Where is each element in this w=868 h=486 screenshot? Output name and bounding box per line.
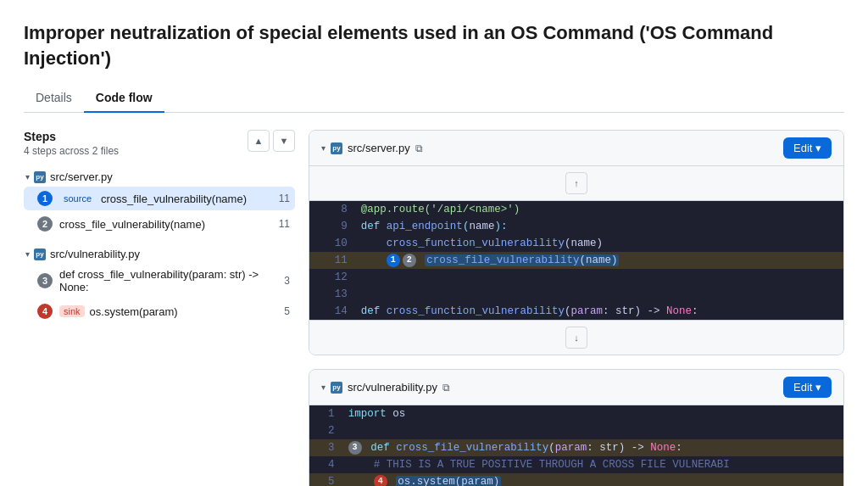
code-line [358, 286, 843, 303]
code-table-vuln: 1 import os 2 3 3 def cross_file_vulnera… [309, 405, 843, 486]
copy-icon-vuln[interactable]: ⧉ [442, 382, 450, 394]
code-header-left-server: ▾ py src/server.py ⧉ [321, 142, 423, 154]
tab-codeflow[interactable]: Code flow [84, 84, 164, 113]
code-filename-server: src/server.py [348, 142, 410, 154]
code-line [345, 422, 843, 439]
py-icon-vuln: py [331, 382, 342, 394]
step-line-1: 11 [279, 193, 290, 204]
steps-info: Steps 4 steps across 2 files [24, 130, 119, 157]
line-number: 13 [309, 286, 358, 303]
step-label-1: cross_file_vulnerability(name) [101, 193, 272, 205]
right-panel: ▾ py src/server.py ⧉ Edit ▾ ↑ 8 @app.rou… [309, 130, 844, 486]
scroll-up-server: ↑ [309, 166, 843, 201]
step-row-4[interactable]: 4 sink os.system(param) 5 [24, 299, 295, 323]
step-line-4: 5 [284, 305, 290, 317]
table-row: 4 # THIS IS A TRUE POSITIVE THROUGH A CR… [309, 456, 843, 473]
code-line: 4 os.system(param) [345, 473, 843, 486]
line-number: 5 [309, 473, 345, 486]
code-line: 3 def cross_file_vulnerability(param: st… [345, 439, 843, 456]
copy-icon-server[interactable]: ⧉ [415, 142, 423, 154]
step-row-2[interactable]: 2 cross_file_vulnerability(name) 11 [24, 212, 295, 236]
table-row-highlighted: 3 3 def cross_file_vulnerability(param: … [309, 439, 843, 456]
table-row: 10 cross_function_vulnerability(name) [309, 235, 843, 252]
file-name-server: src/server.py [50, 170, 113, 183]
step-label-4: os.system(param) [90, 305, 278, 318]
scroll-down-btn-server[interactable]: ↓ [565, 327, 587, 349]
code-block-server: ▾ py src/server.py ⧉ Edit ▾ ↑ 8 @app.rou… [309, 130, 844, 355]
table-row: 8 @app.route('/api/<name>') [309, 201, 843, 218]
tab-details[interactable]: Details [24, 84, 84, 113]
line-number: 12 [309, 269, 358, 286]
file-name-vuln: src/vulnerability.py [50, 248, 140, 260]
tab-bar: Details Code flow [24, 84, 844, 113]
code-line: def api_endpoint(name): [358, 218, 843, 235]
edit-button-vuln[interactable]: Edit ▾ [783, 377, 832, 398]
python-icon-2: py [34, 249, 46, 260]
nav-down-button[interactable]: ▼ [273, 130, 295, 152]
code-block-vuln: ▾ py src/vulnerability.py ⧉ Edit ▾ 1 imp… [309, 369, 844, 486]
code-header-left-vuln: ▾ py src/vulnerability.py ⧉ [321, 381, 450, 394]
line-number: 2 [309, 422, 345, 439]
step-num-2: 2 [37, 216, 53, 232]
line-number: 4 [309, 456, 345, 473]
steps-title: Steps [24, 130, 119, 143]
step-badge-sink: sink [59, 305, 85, 317]
code-line: import os [345, 405, 843, 422]
main-layout: Steps 4 steps across 2 files ▲ ▼ ▾ py sr… [24, 130, 844, 486]
code-line: 12 cross_file_vulnerability(name) [358, 252, 843, 269]
file-group-vuln: ▾ py src/vulnerability.py 3 def cross_fi… [24, 244, 295, 323]
code-area-vuln: 1 import os 2 3 3 def cross_file_vulnera… [309, 405, 843, 486]
code-header-server: ▾ py src/server.py ⧉ Edit ▾ [309, 131, 843, 166]
steps-subtitle: 4 steps across 2 files [24, 145, 119, 157]
step-line-3: 3 [284, 275, 290, 287]
file-group-server: ▾ py src/server.py 1 source cross_file_v… [24, 167, 295, 236]
code-header-vuln: ▾ py src/vulnerability.py ⧉ Edit ▾ [309, 370, 843, 405]
code-line: def cross_function_vulnerability(param: … [358, 303, 843, 320]
nav-up-button[interactable]: ▲ [248, 130, 270, 152]
steps-nav: ▲ ▼ [248, 130, 295, 152]
left-panel: Steps 4 steps across 2 files ▲ ▼ ▾ py sr… [24, 130, 295, 332]
step-row-3[interactable]: 3 def cross_file_vulnerability(param: st… [24, 264, 295, 298]
page-title: Improper neutralization of special eleme… [24, 20, 787, 70]
python-icon: py [34, 171, 46, 183]
table-row-highlighted: 5 4 os.system(param) [309, 473, 843, 486]
code-line: # THIS IS A TRUE POSITIVE THROUGH A CROS… [345, 456, 843, 473]
step-label-2: cross_file_vulnerability(name) [59, 218, 272, 231]
collapse-icon-vuln[interactable]: ▾ [321, 383, 326, 392]
scroll-up-btn-server[interactable]: ↑ [565, 172, 587, 194]
code-filename-vuln: src/vulnerability.py [348, 381, 437, 394]
line-number: 14 [309, 303, 358, 320]
chevron-icon-2: ▾ [25, 249, 30, 259]
line-number: 3 [309, 439, 345, 456]
py-icon-server: py [331, 142, 342, 154]
line-number: 8 [309, 201, 358, 218]
table-row: 9 def api_endpoint(name): [309, 218, 843, 235]
badge-2: 2 [403, 254, 416, 267]
badge-4: 4 [374, 475, 387, 486]
code-table-server: 8 @app.route('/api/<name>') 9 def api_en… [309, 201, 843, 320]
code-line [358, 269, 843, 286]
step-num-1: 1 [37, 191, 53, 206]
scroll-down-server: ↓ [309, 320, 843, 355]
line-number: 10 [309, 235, 358, 252]
collapse-icon-server[interactable]: ▾ [321, 143, 326, 153]
step-row-1[interactable]: 1 source cross_file_vulnerability(name) … [24, 187, 295, 210]
table-row-highlighted: 11 12 cross_file_vulnerability(name) [309, 252, 843, 269]
line-number: 1 [309, 405, 345, 422]
line-number: 11 [309, 252, 358, 269]
step-num-4: 4 [37, 304, 53, 319]
file-label-vuln: ▾ py src/vulnerability.py [24, 244, 295, 264]
table-row: 13 [309, 286, 843, 303]
edit-button-server[interactable]: Edit ▾ [783, 137, 832, 159]
table-row: 1 import os [309, 405, 843, 422]
badge-3: 3 [348, 441, 362, 455]
code-area-server: 8 @app.route('/api/<name>') 9 def api_en… [309, 201, 843, 320]
line-number: 9 [309, 218, 358, 235]
code-line: @app.route('/api/<name>') [358, 201, 843, 218]
code-line: cross_function_vulnerability(name) [358, 235, 843, 252]
step-label-3: def cross_file_vulnerability(param: str)… [59, 268, 277, 293]
table-row: 12 [309, 269, 843, 286]
chevron-icon: ▾ [25, 172, 30, 182]
steps-header: Steps 4 steps across 2 files ▲ ▼ [24, 130, 295, 157]
table-row: 14 def cross_function_vulnerability(para… [309, 303, 843, 320]
